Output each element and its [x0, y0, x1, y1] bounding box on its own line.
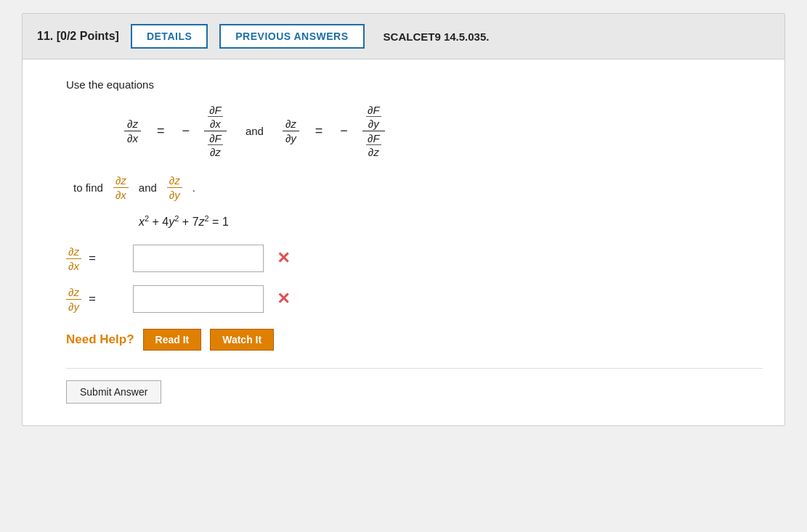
submit-answer-button[interactable]: Submit Answer: [66, 380, 161, 404]
to-find-text: to find: [73, 181, 103, 194]
watch-it-button[interactable]: Watch It: [210, 329, 274, 351]
read-it-button[interactable]: Read It: [143, 329, 202, 351]
dzdy-wrong-icon: ✕: [277, 290, 290, 308]
need-help-section: Need Help? Read It Watch It: [66, 329, 763, 351]
dzdx-wrong-icon: ✕: [277, 249, 290, 268]
dzdy-lhs: ∂z ∂y: [283, 118, 299, 144]
find-dzdy: ∂z ∂y: [167, 174, 182, 201]
dzdy-label: ∂z ∂y: [66, 286, 81, 313]
formula-block: ∂z ∂x = − ∂F ∂x ∂F ∂z: [124, 104, 763, 158]
submit-row: Submit Answer: [66, 368, 763, 404]
content-area: Use the equations ∂z ∂x = − ∂F ∂x: [23, 60, 784, 425]
dzdx-label: ∂z ∂x: [66, 245, 81, 272]
and-label2: and: [139, 181, 157, 194]
header-bar: 11. [0/2 Points] DETAILS PREVIOUS ANSWER…: [23, 14, 784, 60]
previous-answers-button[interactable]: PREVIOUS ANSWERS: [219, 24, 364, 49]
dzdx-input[interactable]: [133, 245, 264, 272]
to-find-line: to find ∂z ∂x and ∂z ∂y .: [73, 174, 763, 201]
problem-number: 11. [0/2 Points]: [37, 30, 119, 43]
given-equation: x2 + 4y2 + 7z2 = 1: [139, 214, 763, 229]
need-help-label: Need Help?: [66, 332, 134, 347]
find-dzdx: ∂z ∂x: [113, 174, 129, 201]
input-row-dzdy: ∂z ∂y = ✕: [66, 285, 763, 313]
dzdy-input[interactable]: [133, 285, 264, 313]
input-row-dzdx: ∂z ∂x = ✕: [66, 245, 763, 272]
dfdx-over-dfdz: ∂F ∂x ∂F ∂z: [204, 104, 227, 158]
details-button[interactable]: DETAILS: [131, 24, 208, 49]
problem-code: SCALCET9 14.5.035.: [384, 30, 490, 43]
intro-text: Use the equations: [66, 78, 763, 91]
and-label: and: [246, 125, 264, 137]
dzdx-lhs: ∂z ∂x: [124, 118, 141, 144]
dfdy-over-dfdz: ∂F ∂y ∂F ∂z: [362, 104, 385, 158]
